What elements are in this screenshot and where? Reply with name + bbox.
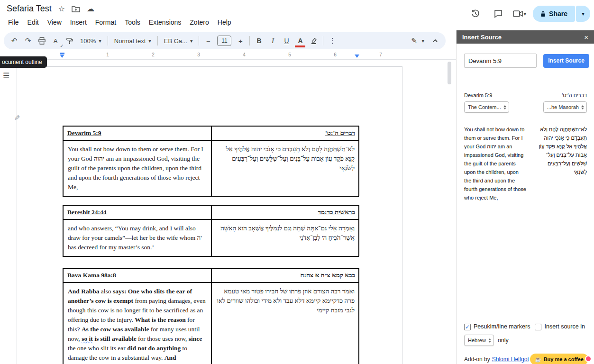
meet-dropdown-icon[interactable]: ▾ <box>524 11 527 17</box>
insert-source-in-option[interactable]: Insert source in <box>535 323 585 330</box>
paragraph-style-select[interactable]: Normal text ▾ <box>112 37 153 45</box>
menu-view[interactable]: View <box>43 17 66 27</box>
undo-icon[interactable]: ↶ <box>9 35 19 46</box>
source-body-en[interactable]: You shall not bow down to them or serve … <box>63 140 211 196</box>
decrease-font-size-button[interactable]: − <box>203 35 213 46</box>
close-icon[interactable]: × <box>584 33 588 41</box>
source-body-he[interactable]: לֹא־תִשְׁתַּחֲוֶה לָהֶם וְלֹא תָעָבְדֵם … <box>211 140 359 196</box>
source-title-en[interactable]: Bava Kama 98a:8 <box>63 268 211 282</box>
cloud-status-icon[interactable]: ☁ <box>87 5 94 13</box>
lock-icon <box>540 11 546 17</box>
bold-icon[interactable]: B <box>254 35 264 46</box>
right-indent-marker[interactable] <box>355 55 359 58</box>
hebrew-version-select[interactable]: ...he Masorah <box>543 101 587 113</box>
zoom-dropdown-icon: ▾ <box>99 38 101 44</box>
menu-edit[interactable]: Edit <box>23 17 43 27</box>
ruler-number: 4 <box>243 52 246 57</box>
meet-button[interactable]: ▾ <box>513 10 527 17</box>
app-window: Sefaria Test ☆ ☁ File Edit View Insert F… <box>0 0 594 364</box>
ruler-number: 7 <box>379 52 382 57</box>
move-folder-icon[interactable] <box>72 6 80 12</box>
panel-header: Insert Source × <box>457 30 594 44</box>
preview-text-he: לֹא־תִשְׁתַּחֲוֶה לָהֶם וְלֹא תָעָבְדֵם … <box>539 125 587 202</box>
underline-icon[interactable]: U <box>282 35 291 46</box>
translation-version-select[interactable]: The Contem... <box>464 101 509 113</box>
font-size-input[interactable]: 11 <box>217 36 231 46</box>
source-table-bereshit[interactable]: Bereshit 24:44 בראשית כד:מד and who answ… <box>63 205 359 257</box>
source-reference-input[interactable] <box>464 54 537 68</box>
toolbar-divider <box>199 36 199 46</box>
paint-format-icon[interactable] <box>64 35 74 46</box>
document-canvas[interactable]: ☰ ✎ Devarim 5:9 דברים ה':ט' You shall no… <box>0 60 456 364</box>
collapse-toolbar-icon[interactable] <box>430 35 440 46</box>
first-line-indent-marker[interactable] <box>60 53 64 54</box>
ruler-number: 5 <box>288 52 291 57</box>
topbar: Sefaria Test ☆ ☁ File Edit View Insert F… <box>0 0 594 30</box>
source-title-en[interactable]: Devarim 5:9 <box>63 126 211 140</box>
share-button[interactable]: Share <box>533 6 575 22</box>
source-body-he[interactable]: וְאָמְרָה אֵלַי גַּם־אַתָּה שְׁתֵה וְגַם… <box>211 219 359 256</box>
addon-by-label: Add-on by <box>464 356 490 363</box>
pesukim-markers-option[interactable]: ✓ Pesukim/line markers <box>464 323 530 330</box>
print-icon[interactable] <box>37 35 46 46</box>
zoom-select[interactable]: 100% ▾ <box>78 37 103 45</box>
menu-insert[interactable]: Insert <box>66 17 91 27</box>
coffee-cup-icon: ☕ <box>535 356 541 363</box>
italic-icon[interactable]: I <box>268 35 277 46</box>
source-table-devarim[interactable]: Devarim 5:9 דברים ה':ט' You shall not bo… <box>63 126 359 197</box>
stepper-icon <box>488 338 491 343</box>
author-link[interactable]: Shlomi Helfgot <box>492 356 529 363</box>
document-scrollbar[interactable] <box>448 62 451 84</box>
star-icon[interactable]: ☆ <box>58 5 65 13</box>
left-indent-marker[interactable] <box>60 55 64 58</box>
document-outline-tooltip: ocument outline <box>0 56 47 68</box>
ruler-number: 2 <box>152 52 155 57</box>
spellcheck-icon[interactable]: A <box>51 35 60 46</box>
font-family-select[interactable]: EB Ga... ▾ <box>162 37 195 45</box>
ruler-number: 6 <box>334 52 337 57</box>
style-dropdown-icon: ▾ <box>148 38 151 44</box>
resolved-ref-en: Devarim 5:9 <box>464 92 492 98</box>
horizontal-ruler[interactable]: 1 2 3 4 5 6 7 <box>0 50 456 60</box>
insert-source-panel: Insert Source × Insert Source Devarim 5:… <box>456 30 594 364</box>
panel-title: Insert Source <box>462 34 502 41</box>
source-body-en[interactable]: and who answers, “You may drink, and I w… <box>63 219 211 256</box>
toolbar-divider <box>323 36 323 46</box>
insert-source-button[interactable]: Insert Source <box>543 54 589 68</box>
source-title-he[interactable]: דברים ה':ט' <box>211 126 359 140</box>
toolbar-divider <box>249 36 250 46</box>
menu-file[interactable]: File <box>4 17 23 27</box>
menu-extensions[interactable]: Extensions <box>145 17 185 27</box>
comments-icon[interactable] <box>490 6 506 22</box>
formatting-toolbar: ↶ ↷ A 100% ▾ Normal text ▾ EB Ga... ▾ − <box>4 32 446 49</box>
menu-help[interactable]: Help <box>213 17 236 27</box>
source-title-en[interactable]: Bereshit 24:44 <box>63 205 211 219</box>
text-color-icon[interactable]: A <box>295 35 305 46</box>
checkbox-unchecked-icon[interactable] <box>535 324 541 330</box>
redo-icon[interactable]: ↷ <box>23 35 33 46</box>
increase-font-size-button[interactable]: + <box>236 35 245 46</box>
menu-zotero[interactable]: Zotero <box>185 17 213 27</box>
menu-tools[interactable]: Tools <box>120 17 145 27</box>
more-options-icon[interactable]: ⋮ <box>328 35 337 46</box>
resolved-ref-he: דברים ה':ט' <box>562 92 587 98</box>
source-body-he[interactable]: ואמר רבה הצורם אוזן פרתו של חבירו פטור מ… <box>211 282 359 364</box>
buy-me-a-coffee-button[interactable]: ☕ Buy me a coffee <box>530 354 588 364</box>
document-outline-icon[interactable]: ☰ <box>3 71 9 80</box>
checkbox-checked-icon[interactable]: ✓ <box>464 324 471 330</box>
document-title[interactable]: Sefaria Test <box>7 4 52 14</box>
editing-mode-dropdown-icon: ▾ <box>421 38 424 44</box>
coffee-pin-icon <box>585 355 592 362</box>
source-body-en[interactable]: And Rabba also says: One who slits the e… <box>63 282 211 364</box>
source-title-he[interactable]: בבא קמא צ״ח א צח:ח <box>211 268 359 282</box>
source-title-he[interactable]: בראשית כד:מד <box>211 205 359 219</box>
language-select[interactable]: Hebrew <box>464 335 494 346</box>
margin-pen-icon: ✎ <box>14 114 20 122</box>
editing-mode-select[interactable]: ✎ ▾ <box>407 35 426 46</box>
menu-bar: File Edit View Insert Format Tools Exten… <box>4 17 236 27</box>
version-history-icon[interactable] <box>467 6 484 22</box>
menu-format[interactable]: Format <box>91 17 120 27</box>
share-dropdown-button[interactable]: ▾ <box>576 6 590 22</box>
highlight-color-icon[interactable] <box>309 35 319 46</box>
source-table-bava-kama[interactable]: Bava Kama 98a:8 בבא קמא צ״ח א צח:ח And R… <box>63 268 359 364</box>
